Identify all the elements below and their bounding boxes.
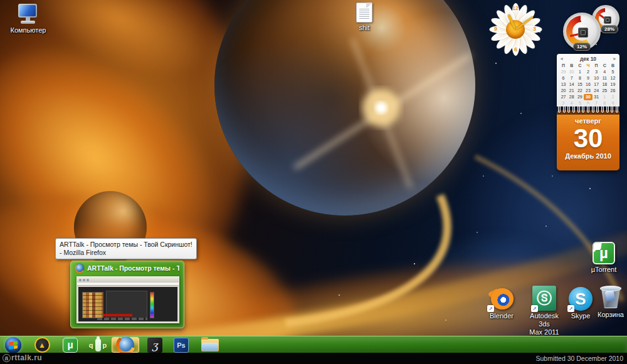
- shortcut-arrow-icon: ➚: [567, 305, 574, 312]
- shortcut-arrow-icon: ➚: [594, 243, 601, 250]
- thumbnail-browser-navbar: [77, 283, 179, 286]
- skype-icon-label: Skype: [571, 312, 591, 320]
- text-file-icon: [356, 3, 372, 23]
- thumbnail-rainbow-strip: [150, 292, 154, 318]
- blender-icon: ➚: [488, 287, 515, 311]
- recycle-bin-label: Корзина: [598, 311, 624, 319]
- taskbar-qip-button[interactable]: q p: [87, 337, 109, 353]
- qip-icon: q: [89, 341, 93, 349]
- watermark-strip: arttalk.ru Submitted 30 December 2010: [0, 353, 627, 364]
- file-icon-label: shit: [359, 24, 369, 32]
- desktop-icon-computer[interactable]: Компьютер: [1, 4, 55, 34]
- desktop-screen: Компьютер shit µ ➚ µTorrent ➚ Blender ⓢ …: [0, 0, 627, 364]
- skype-icon: S ➚: [569, 287, 593, 311]
- photoshop-icon: Ps: [174, 338, 189, 353]
- recycle-bin-icon: [600, 284, 621, 309]
- explorer-folder-icon: [201, 339, 219, 351]
- desktop-icon-utorrent[interactable]: µ ➚ µTorrent: [582, 242, 626, 274]
- taskbar-aimp-button[interactable]: ▲: [31, 337, 53, 353]
- firefox-thumbnail-preview[interactable]: ARTTalk - Просмотр темы - Тв...: [70, 261, 184, 328]
- blender-icon-label: Blender: [490, 312, 514, 320]
- qip-bottle-icon: [95, 339, 101, 351]
- firefox-icon: [117, 336, 134, 353]
- preview-thumbnail[interactable]: [76, 276, 179, 323]
- aimp-icon: ▲: [34, 337, 50, 353]
- taskbar-explorer-button[interactable]: [198, 337, 222, 353]
- submitted-caption: Submitted 30 December 2010: [536, 355, 624, 362]
- taskbar: ▲ µ q p ʒ Ps EN ▲ ⚡ µ ): [0, 336, 627, 353]
- 3dsmax-icon: ⓢ ➚: [532, 286, 556, 311]
- computer-icon-label: Компьютер: [11, 26, 46, 34]
- start-button[interactable]: [3, 337, 24, 353]
- taskbar-zbrush-button[interactable]: ʒ: [144, 337, 166, 353]
- firefox-icon: [75, 264, 84, 273]
- utorrent-icon-label: µTorrent: [591, 266, 617, 274]
- taskbar-utorrent-button[interactable]: µ: [60, 337, 81, 353]
- desktop-icon-recycle-bin[interactable]: Корзина: [594, 284, 627, 319]
- taskbar-firefox-button-active[interactable]: [112, 337, 139, 353]
- zbrush-icon: ʒ: [147, 338, 162, 353]
- utorrent-icon: µ: [63, 338, 78, 353]
- desktop-icon-file[interactable]: shit: [342, 3, 386, 32]
- arttalk-watermark: arttalk.ru: [3, 353, 42, 362]
- preview-title: ARTTalk - Просмотр темы - Тв...: [87, 264, 179, 272]
- desktop-icon-skype[interactable]: S ➚ Skype: [563, 287, 598, 320]
- computer-icon: [16, 4, 41, 25]
- shortcut-arrow-icon: ➚: [487, 305, 494, 312]
- windows-orb-icon: [5, 337, 21, 353]
- taskbar-tooltip: ARTTalk - Просмотр темы - Твой Скриншот!…: [55, 238, 197, 259]
- shortcut-arrow-icon: ➚: [531, 305, 538, 312]
- thumbnail-red-bar: [103, 314, 132, 316]
- thumbnail-browser-chrome: [77, 277, 179, 283]
- thumbnail-button-row: [97, 318, 147, 320]
- thumbnail-page-content: [78, 287, 177, 321]
- thumbnail-color-palette: [82, 292, 103, 318]
- utorrent-icon: µ ➚: [593, 242, 615, 264]
- desktop-icon-blender[interactable]: ➚ Blender: [482, 287, 522, 320]
- taskbar-photoshop-button[interactable]: Ps: [171, 337, 192, 353]
